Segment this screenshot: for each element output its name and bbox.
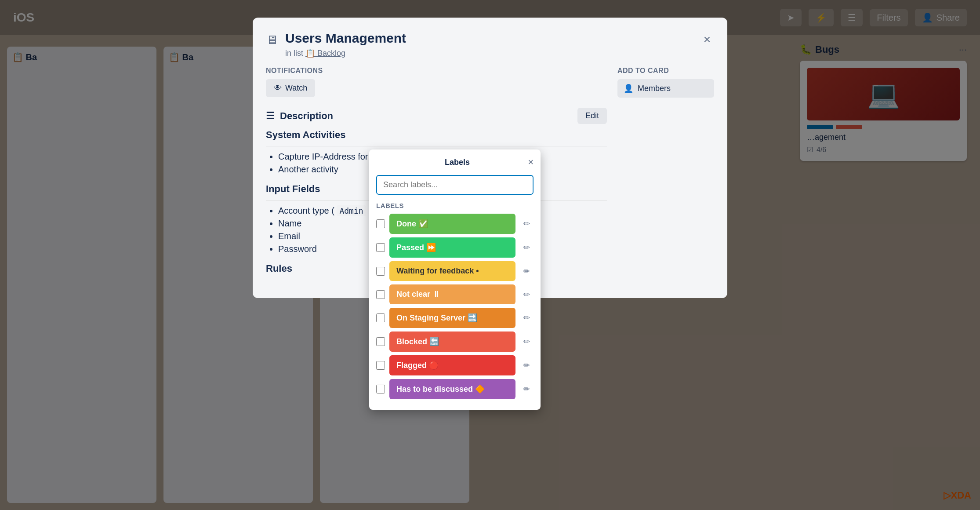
label-item-discussed: Has to be discussed 🔶 ✏ xyxy=(376,379,534,399)
search-labels-input[interactable] xyxy=(376,175,534,195)
description-header: ☰ Description Edit xyxy=(266,108,607,124)
label-item-flagged: Flagged 🔴 ✏ xyxy=(376,355,534,375)
label-checkbox-passed[interactable] xyxy=(376,243,385,252)
desc-divider-1 xyxy=(266,146,607,146)
label-pill-passed[interactable]: Passed ⏩ xyxy=(389,237,515,258)
label-item-not-clear: Not clear ⏸ ✏ xyxy=(376,284,534,304)
label-checkbox-staging[interactable] xyxy=(376,313,385,322)
modal-list-link: in list 📋 Backlog xyxy=(285,48,700,58)
label-edit-waiting[interactable]: ✏ xyxy=(520,265,534,278)
label-edit-discussed[interactable]: ✏ xyxy=(520,382,534,396)
members-icon: 👤 xyxy=(624,84,633,93)
label-checkbox-flagged[interactable] xyxy=(376,361,385,370)
label-checkbox-not-clear[interactable] xyxy=(376,290,385,299)
list-prefix: in list xyxy=(285,49,303,58)
members-button[interactable]: 👤 Members xyxy=(617,79,714,98)
label-edit-blocked[interactable]: ✏ xyxy=(520,335,534,348)
modal-title: Users Management xyxy=(285,31,700,46)
notifications-label: Notifications xyxy=(266,67,607,75)
label-checkbox-waiting[interactable] xyxy=(376,267,385,276)
popup-close-button[interactable]: × xyxy=(528,157,534,168)
modal-close-button[interactable]: × xyxy=(700,31,714,48)
modal-title-section: Users Management in list 📋 Backlog xyxy=(285,31,700,58)
list-name-link[interactable]: 📋 Backlog xyxy=(305,49,345,58)
label-pill-waiting[interactable]: Waiting for feedback • xyxy=(389,261,515,281)
watch-button[interactable]: 👁 Watch xyxy=(266,79,315,97)
label-item-blocked: Blocked 🔙 ✏ xyxy=(376,332,534,352)
label-item-staging: On Staging Server 🔜 ✏ xyxy=(376,308,534,328)
labels-popup: Labels × Labels Done ✅ ✏ Passed ⏩ ✏ Wait… xyxy=(369,149,541,410)
members-label: Members xyxy=(638,84,671,93)
description-icon: ☰ xyxy=(266,110,275,122)
label-edit-staging[interactable]: ✏ xyxy=(520,311,534,324)
add-to-card-label: Add to card xyxy=(617,67,714,75)
label-item-passed: Passed ⏩ ✏ xyxy=(376,237,534,258)
label-checkbox-blocked[interactable] xyxy=(376,337,385,346)
label-pill-flagged[interactable]: Flagged 🔴 xyxy=(389,355,515,375)
label-edit-done[interactable]: ✏ xyxy=(520,217,534,230)
popup-header: Labels × xyxy=(376,157,534,168)
edit-button[interactable]: Edit xyxy=(577,108,607,124)
label-checkbox-discussed[interactable] xyxy=(376,385,385,393)
watch-label: Watch xyxy=(285,84,307,93)
popup-title: Labels xyxy=(387,158,528,167)
label-pill-discussed[interactable]: Has to be discussed 🔶 xyxy=(389,379,515,399)
modal-header: 🖥 Users Management in list 📋 Backlog × xyxy=(266,31,714,58)
label-item-waiting: Waiting for feedback • ✏ xyxy=(376,261,534,281)
description-label: Description xyxy=(280,110,333,122)
label-pill-done[interactable]: Done ✅ xyxy=(389,214,515,234)
label-pill-not-clear[interactable]: Not clear ⏸ xyxy=(389,284,515,304)
modal-sidebar: Add to card 👤 Members xyxy=(617,67,714,285)
label-pill-blocked[interactable]: Blocked 🔙 xyxy=(389,332,515,352)
label-edit-flagged[interactable]: ✏ xyxy=(520,359,534,372)
watch-icon: 👁 xyxy=(274,84,282,93)
labels-section-title: Labels xyxy=(376,202,534,209)
label-edit-passed[interactable]: ✏ xyxy=(520,241,534,254)
section1-title: System Activities xyxy=(266,129,607,141)
notifications-section: Notifications 👁 Watch xyxy=(266,67,607,97)
code-admin: Admin xyxy=(337,205,366,216)
label-edit-not-clear[interactable]: ✏ xyxy=(520,288,534,301)
label-checkbox-done[interactable] xyxy=(376,219,385,228)
modal-header-icon: 🖥 xyxy=(266,33,278,47)
label-pill-staging[interactable]: On Staging Server 🔜 xyxy=(389,308,515,328)
description-title: ☰ Description xyxy=(266,110,333,122)
modal-overlay: 🖥 Users Management in list 📋 Backlog × N… xyxy=(0,0,980,510)
label-item-done: Done ✅ ✏ xyxy=(376,214,534,234)
